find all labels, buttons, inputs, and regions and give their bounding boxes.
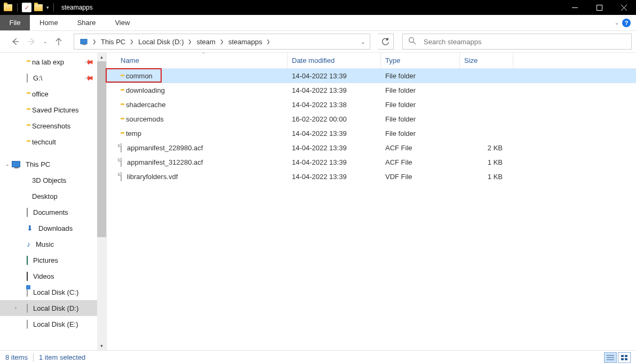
file-row[interactable]: common14-04-2022 13:39File folder <box>107 69 636 83</box>
help-icon[interactable]: ? <box>622 19 631 27</box>
file-size: 2 KB <box>460 144 513 152</box>
sidebar-item[interactable]: ›Local Disk (D:) <box>0 300 106 316</box>
file-name: temp <box>126 130 141 137</box>
sidebar-item-label: Pictures <box>33 256 58 264</box>
nav-up-button[interactable] <box>51 34 66 49</box>
file-row[interactable]: shadercache14-04-2022 13:38File folder <box>107 98 636 112</box>
file-type: VDF File <box>381 173 460 181</box>
sidebar-item-label: Desktop <box>32 192 58 200</box>
sidebar-item-label: Local Disk (D:) <box>33 304 78 312</box>
sidebar-scrollbar[interactable]: ▲ ▼ <box>97 53 106 350</box>
file-type: ACF File <box>381 158 460 166</box>
file-name: shadercache <box>126 101 165 109</box>
scrollbar-thumb[interactable] <box>97 61 106 237</box>
search-box[interactable] <box>402 34 632 50</box>
home-tab[interactable]: Home <box>30 15 68 30</box>
column-name[interactable]: Name⌃ <box>116 53 288 68</box>
nav-recent-dropdown[interactable]: ⌄ <box>42 34 49 49</box>
svg-rect-13 <box>625 355 627 357</box>
chevron-down-icon[interactable]: ⌄ <box>5 161 10 167</box>
status-bar: 8 items 1 item selected <box>0 350 636 364</box>
file-row[interactable]: sourcemods16-02-2022 00:00File folder <box>107 112 636 126</box>
vids-icon <box>27 272 28 280</box>
music-icon: ♪ <box>27 240 30 248</box>
chevron-right-icon[interactable]: ❯ <box>265 39 272 44</box>
nav-forward-button[interactable] <box>25 34 39 49</box>
nav-back-button[interactable] <box>7 34 22 49</box>
file-icon <box>121 144 122 152</box>
sidebar-item[interactable]: Saved Pictures <box>0 102 106 118</box>
chevron-right-icon[interactable]: › <box>15 305 17 311</box>
pc-root-icon[interactable] <box>76 38 91 45</box>
sidebar-item[interactable]: Documents <box>0 204 106 220</box>
sidebar-this-pc[interactable]: ⌄ This PC <box>0 156 106 172</box>
sidebar-item[interactable]: Desktop <box>0 188 106 204</box>
file-row[interactable]: temp14-04-2022 13:39File folder <box>107 126 636 141</box>
sidebar-item[interactable]: na lab exp📌 <box>0 54 106 70</box>
sidebar-item[interactable]: ⬇Downloads <box>0 220 106 236</box>
file-type: File folder <box>381 101 460 109</box>
sidebar-item-label: Documents <box>33 208 68 216</box>
sidebar-item-label: na lab exp <box>32 58 64 66</box>
file-name: libraryfolders.vdf <box>127 173 178 181</box>
drive-icon <box>27 320 28 328</box>
address-bar[interactable]: ❯ This PC ❯ Local Disk (D:) ❯ steam ❯ st… <box>74 34 370 50</box>
column-date[interactable]: Date modified <box>288 53 381 68</box>
sidebar-item-label: Videos <box>33 272 54 280</box>
close-button[interactable] <box>611 0 636 15</box>
view-tab[interactable]: View <box>105 15 139 30</box>
file-tab[interactable]: File <box>0 15 30 30</box>
scroll-up-icon[interactable]: ▲ <box>97 53 106 61</box>
breadcrumb-segment[interactable]: steam <box>193 38 218 46</box>
column-type[interactable]: Type <box>381 53 460 68</box>
sidebar-item[interactable]: Videos <box>0 268 106 284</box>
folder-icon <box>3 3 13 12</box>
sidebar-item-label: Screenshots <box>32 122 70 130</box>
file-row[interactable]: libraryfolders.vdf14-04-2022 13:39VDF Fi… <box>107 169 636 184</box>
scroll-down-icon[interactable]: ▼ <box>97 342 106 350</box>
file-type: File folder <box>381 115 460 123</box>
file-date: 14-04-2022 13:39 <box>288 144 381 152</box>
chevron-right-icon[interactable]: ❯ <box>129 39 135 44</box>
sidebar-item-label: Local Disk (E:) <box>33 320 78 328</box>
sidebar-item[interactable]: Pictures <box>0 252 106 268</box>
column-headers: Name⌃ Date modified Type Size <box>107 53 636 69</box>
breadcrumb-segment[interactable]: steamapps <box>225 38 266 46</box>
details-view-button[interactable] <box>604 352 617 363</box>
chevron-right-icon[interactable]: ❯ <box>91 39 98 44</box>
minimize-button[interactable] <box>562 0 587 15</box>
column-size[interactable]: Size <box>460 53 513 68</box>
sidebar-item[interactable]: techcult <box>0 134 106 150</box>
sidebar-item[interactable]: G:\📌 <box>0 70 106 86</box>
refresh-button[interactable] <box>378 34 394 50</box>
file-date: 14-04-2022 13:38 <box>288 101 381 109</box>
properties-icon[interactable]: ✓ <box>22 3 31 12</box>
breadcrumb-segment[interactable]: Local Disk (D:) <box>135 38 187 46</box>
sidebar-item[interactable]: ♪Music <box>0 236 106 252</box>
titlebar: ✓ ▾ steamapps <box>0 0 636 15</box>
file-type: File folder <box>381 72 460 80</box>
sidebar-item[interactable]: 3D Objects <box>0 172 106 188</box>
file-name: sourcemods <box>126 115 164 123</box>
maximize-button[interactable] <box>587 0 611 15</box>
sidebar-item[interactable]: Screenshots <box>0 118 106 134</box>
breadcrumb-segment[interactable]: This PC <box>98 38 129 46</box>
sidebar-item[interactable]: office <box>0 86 106 102</box>
sidebar-item[interactable]: Local Disk (E:) <box>0 316 106 332</box>
file-row[interactable]: appmanifest_228980.acf14-04-2022 13:39AC… <box>107 141 636 155</box>
file-row[interactable]: downloading14-04-2022 13:39File folder <box>107 83 636 98</box>
drive-icon <box>27 74 28 82</box>
address-dropdown-icon[interactable]: ⌄ <box>359 39 370 45</box>
share-tab[interactable]: Share <box>68 15 106 30</box>
svg-rect-1 <box>597 5 602 10</box>
sidebar-item[interactable]: Local Disk (C:) <box>0 284 106 300</box>
open-folder-icon[interactable] <box>34 3 43 12</box>
chevron-right-icon[interactable]: ❯ <box>219 39 225 44</box>
file-row[interactable]: appmanifest_312280.acf14-04-2022 13:39AC… <box>107 155 636 169</box>
chevron-right-icon[interactable]: ❯ <box>187 39 193 44</box>
thumbnails-view-button[interactable] <box>618 352 631 363</box>
search-input[interactable] <box>424 38 626 46</box>
sort-asc-icon: ⌃ <box>202 52 205 56</box>
qat-dropdown-icon[interactable]: ▾ <box>46 5 49 10</box>
ribbon-expand-icon[interactable]: ⌄ <box>615 20 619 26</box>
